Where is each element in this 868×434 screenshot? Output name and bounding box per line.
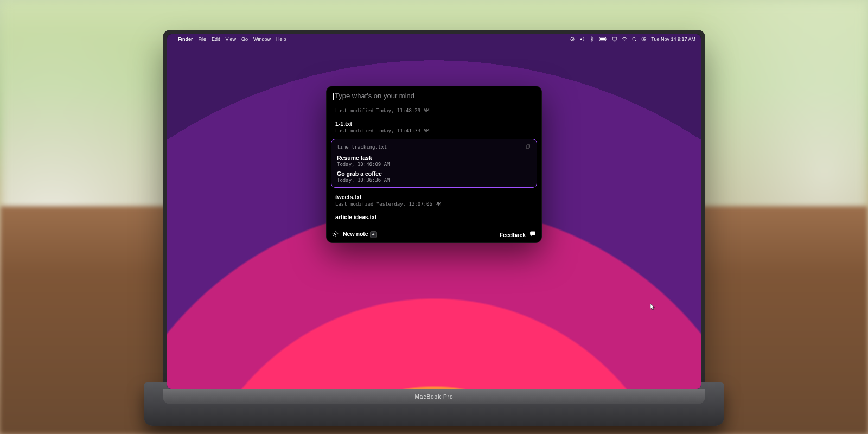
note-entry[interactable]: Go grab a coffee Today, 10:36:36 AM — [337, 170, 531, 183]
list-item[interactable]: 1-1.txt Last modified Today, 11:41:33 AM — [331, 117, 537, 137]
list-item-title: article ideas.txt — [335, 214, 533, 220]
screen-mirror-icon[interactable] — [612, 36, 617, 42]
search-input[interactable]: Type what's on your mind — [327, 86, 541, 104]
svg-point-1 — [572, 39, 573, 40]
volume-icon[interactable] — [579, 36, 585, 42]
search-icon[interactable] — [631, 36, 637, 42]
new-note-label: New note — [343, 231, 368, 237]
svg-point-10 — [644, 40, 646, 41]
laptop-screen-bezel: Finder File Edit View Go Window Help — [167, 34, 701, 389]
svg-rect-8 — [642, 37, 644, 41]
list-item[interactable]: Last modified Today, 11:48:29 AM — [331, 104, 537, 117]
entry-date: Today, 10:46:09 AM — [337, 162, 531, 167]
laptop-chin: MacBook Pro — [163, 389, 705, 404]
new-note-shortcut-key: + — [370, 231, 377, 238]
bluetooth-icon[interactable] — [589, 36, 595, 42]
feedback-label: Feedback — [500, 232, 526, 238]
list-item-title: 1-1.txt — [335, 120, 533, 127]
svg-rect-3 — [600, 38, 605, 40]
wifi-icon[interactable] — [622, 36, 627, 42]
svg-point-7 — [633, 37, 635, 40]
laptop-frame: Finder File Edit View Go Window Help — [163, 30, 705, 404]
svg-rect-5 — [613, 37, 617, 40]
list-item-title: tweets.txt — [335, 194, 533, 200]
svg-point-9 — [644, 37, 646, 39]
entry-date: Today, 10:36:36 AM — [337, 177, 531, 183]
menubar-item-go[interactable]: Go — [241, 36, 248, 42]
desktop-wallpaper: Finder File Edit View Go Window Help — [167, 34, 701, 389]
menubar-item-edit[interactable]: Edit — [212, 36, 220, 42]
settings-button[interactable] — [332, 231, 339, 238]
svg-rect-4 — [607, 39, 607, 40]
popover-footer: New note + Feedback — [327, 226, 541, 242]
text-cursor — [333, 93, 334, 100]
svg-point-6 — [624, 40, 625, 41]
notes-list: Last modified Today, 11:48:29 AM 1-1.txt… — [327, 104, 541, 226]
list-item-subtitle: Last modified Yesterday, 12:07:06 PM — [335, 201, 533, 207]
duplicate-icon[interactable] — [526, 144, 531, 150]
search-placeholder: Type what's on your mind — [335, 92, 414, 100]
note-entry[interactable]: Resume task Today, 10:46:09 AM — [337, 155, 531, 167]
menubar-item-file[interactable]: File — [199, 36, 207, 42]
feedback-button[interactable]: Feedback — [500, 231, 536, 238]
entry-title: Resume task — [337, 155, 531, 161]
new-note-button[interactable]: New note + — [343, 231, 377, 238]
menubar-app-name[interactable]: Finder — [178, 36, 193, 42]
chat-icon — [529, 231, 536, 237]
selected-file-name: time tracking.txt — [337, 144, 387, 150]
list-item-subtitle: Last modified Today, 11:41:33 AM — [335, 128, 533, 133]
macos-menu-bar: Finder File Edit View Go Window Help — [167, 34, 701, 44]
list-item[interactable]: tweets.txt Last modified Yesterday, 12:0… — [331, 190, 537, 210]
quick-notes-popover: Type what's on your mind Last modified T… — [326, 86, 542, 243]
menubar-item-window[interactable]: Window — [253, 36, 271, 42]
target-icon[interactable] — [570, 36, 575, 42]
menubar-clock[interactable]: Tue Nov 14 9:17 AM — [651, 36, 695, 42]
svg-rect-14 — [530, 231, 535, 235]
battery-icon[interactable] — [599, 36, 608, 42]
menubar-item-help[interactable]: Help — [276, 36, 286, 42]
svg-point-13 — [334, 233, 336, 234]
list-item-subtitle: Last modified Today, 11:48:29 AM — [335, 108, 533, 113]
menubar-item-view[interactable]: View — [226, 36, 236, 42]
list-item[interactable]: article ideas.txt — [331, 210, 537, 226]
list-item-selected[interactable]: time tracking.txt Resume task Today, 10:… — [331, 139, 537, 188]
control-center-icon[interactable] — [641, 36, 647, 42]
mouse-cursor-icon — [650, 303, 655, 310]
laptop-model-label: MacBook Pro — [414, 394, 453, 400]
entry-title: Go grab a coffee — [337, 170, 531, 177]
